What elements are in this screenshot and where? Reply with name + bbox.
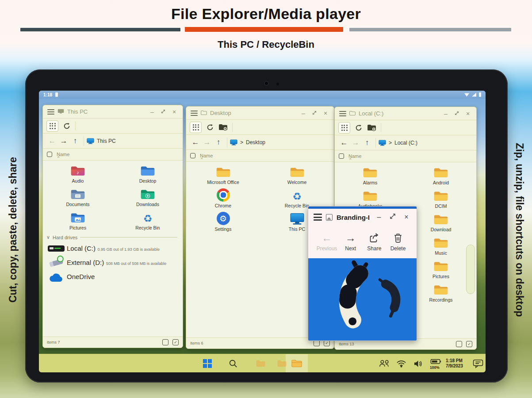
menu-icon[interactable] bbox=[314, 214, 322, 221]
forward-button[interactable]: → bbox=[58, 137, 69, 145]
right-caption: Zip, unzip, file shortcuts on desktop bbox=[507, 66, 531, 394]
window-title: Desktop bbox=[210, 110, 296, 116]
item-desktop[interactable]: Desktop bbox=[113, 162, 183, 186]
minimize-button[interactable]: – bbox=[374, 213, 384, 221]
left-caption: Cut, copy, paste, delete, share bbox=[1, 66, 25, 394]
deselect-toggle[interactable] bbox=[162, 339, 168, 345]
clock[interactable]: 1:18 PM 7/9/2023 bbox=[446, 354, 463, 372]
deselect-toggle[interactable] bbox=[456, 341, 462, 347]
new-folder-button[interactable] bbox=[218, 123, 228, 131]
forward-button[interactable]: → bbox=[350, 138, 361, 147]
maximize-button[interactable] bbox=[310, 110, 318, 116]
close-button[interactable]: × bbox=[464, 111, 472, 117]
audio-folder-icon: ♪ bbox=[70, 165, 85, 177]
recent-app-icon[interactable] bbox=[275, 354, 288, 372]
drive-local-c[interactable]: Local (C:) 0.95 GB out of 1.93 GB is ava… bbox=[43, 242, 183, 256]
sort-caret-icon[interactable]: ^ bbox=[349, 157, 351, 162]
view-grid-button[interactable] bbox=[190, 122, 202, 133]
volume-button[interactable] bbox=[411, 354, 425, 372]
up-button[interactable]: ↑ bbox=[361, 138, 373, 147]
minimize-button[interactable]: – bbox=[442, 111, 450, 117]
item-welcome[interactable]: Welcome bbox=[260, 164, 334, 187]
refresh-button[interactable] bbox=[63, 122, 71, 130]
breadcrumb[interactable]: This PC bbox=[87, 138, 116, 144]
next-button[interactable]: → Next bbox=[339, 233, 362, 252]
titlebar[interactable]: Desktop – × bbox=[186, 107, 334, 120]
bar-gray bbox=[349, 28, 511, 31]
documents-folder-icon bbox=[70, 188, 85, 200]
folder-icon bbox=[363, 166, 378, 179]
navigation-bar: ← → ↑ > Desktop bbox=[186, 135, 334, 150]
maximize-button[interactable] bbox=[159, 109, 167, 115]
item-audio[interactable]: ♪ Audio bbox=[43, 162, 113, 186]
share-button[interactable]: Share bbox=[363, 233, 386, 252]
breadcrumb[interactable]: > Desktop bbox=[230, 139, 265, 145]
titlebar[interactable]: Local (C:) – × bbox=[335, 107, 476, 120]
item-documents[interactable]: Documents bbox=[43, 186, 113, 209]
item-downloads[interactable]: Downloads bbox=[113, 186, 183, 209]
select-all-toggle[interactable]: ✓ bbox=[324, 340, 330, 346]
item-alarms[interactable]: Alarms bbox=[335, 164, 406, 188]
notifications-button[interactable] bbox=[471, 354, 485, 372]
item-recycle-bin[interactable]: Recycle Bin bbox=[113, 209, 183, 233]
minimize-button[interactable]: – bbox=[299, 110, 307, 116]
item-chrome[interactable]: Chrome bbox=[186, 187, 260, 210]
close-button[interactable]: × bbox=[321, 110, 329, 116]
item-settings[interactable]: Settings bbox=[186, 210, 260, 234]
back-button[interactable]: ← bbox=[338, 138, 350, 147]
drive-onedrive[interactable]: OneDrive bbox=[43, 270, 183, 287]
sort-caret-icon[interactable]: ^ bbox=[201, 157, 203, 161]
menu-icon[interactable] bbox=[339, 111, 346, 116]
recycle-bin-icon bbox=[292, 189, 302, 202]
close-button[interactable]: × bbox=[170, 109, 178, 115]
minimize-button[interactable]: – bbox=[148, 109, 156, 115]
refresh-button[interactable] bbox=[206, 123, 214, 131]
hard-drives-section[interactable]: ∨ Hard drives bbox=[43, 233, 183, 242]
forward-button[interactable]: → bbox=[201, 138, 213, 147]
sort-caret-icon[interactable]: ^ bbox=[57, 156, 59, 160]
maximize-button[interactable] bbox=[388, 213, 398, 221]
select-all-toggle[interactable]: ✓ bbox=[466, 341, 472, 347]
back-button[interactable]: ← bbox=[190, 138, 201, 147]
select-all-checkbox[interactable] bbox=[47, 152, 52, 157]
tablet-device: 1:18 This PC – bbox=[25, 69, 508, 383]
edge-panel-handle[interactable] bbox=[466, 245, 475, 294]
breadcrumb[interactable]: > Local (C:) bbox=[379, 140, 417, 146]
file-explorer-task-icon[interactable] bbox=[290, 354, 303, 372]
start-button[interactable] bbox=[201, 354, 214, 372]
view-grid-button[interactable] bbox=[338, 122, 350, 134]
close-button[interactable]: × bbox=[402, 213, 411, 221]
previous-button[interactable]: ← Previous bbox=[315, 233, 338, 252]
search-button[interactable] bbox=[226, 354, 240, 372]
up-button[interactable]: ↑ bbox=[69, 137, 81, 145]
back-button[interactable]: ← bbox=[46, 137, 58, 145]
drive-external-d[interactable]: External (D:) 508 MB out of 508 MB is av… bbox=[43, 256, 183, 270]
select-all-toggle[interactable]: ✓ bbox=[172, 339, 179, 345]
file-area: ♪ Audio Desktop bbox=[43, 161, 183, 337]
deselect-toggle[interactable] bbox=[314, 340, 320, 346]
wifi-button[interactable] bbox=[394, 354, 408, 372]
item-microsoft-office[interactable]: Microsoft Office bbox=[186, 164, 260, 187]
folder-icon bbox=[433, 283, 448, 296]
menu-icon[interactable] bbox=[47, 109, 54, 115]
select-all-checkbox[interactable] bbox=[339, 153, 344, 159]
item-android[interactable]: Android bbox=[406, 164, 476, 188]
menu-icon[interactable] bbox=[191, 111, 198, 116]
window-title: This PC bbox=[67, 108, 145, 115]
battery-icon bbox=[479, 92, 481, 97]
arrow-right-icon: → bbox=[345, 233, 356, 244]
image-preview-koi-fish[interactable] bbox=[308, 258, 417, 341]
people-button[interactable] bbox=[377, 354, 392, 372]
up-button[interactable]: ↑ bbox=[213, 138, 224, 147]
new-folder-button[interactable] bbox=[367, 124, 376, 131]
delete-button[interactable]: Delete bbox=[387, 233, 410, 252]
recent-app-icon[interactable] bbox=[254, 354, 267, 372]
item-pictures[interactable]: Pictures bbox=[43, 209, 113, 233]
titlebar[interactable]: Branding-I – × bbox=[308, 209, 417, 226]
refresh-button[interactable] bbox=[355, 124, 363, 132]
titlebar[interactable]: This PC – × bbox=[43, 105, 183, 119]
view-grid-button[interactable] bbox=[46, 120, 58, 132]
select-all-checkbox[interactable] bbox=[190, 153, 195, 158]
window-icon bbox=[57, 108, 64, 116]
maximize-button[interactable] bbox=[453, 111, 461, 117]
